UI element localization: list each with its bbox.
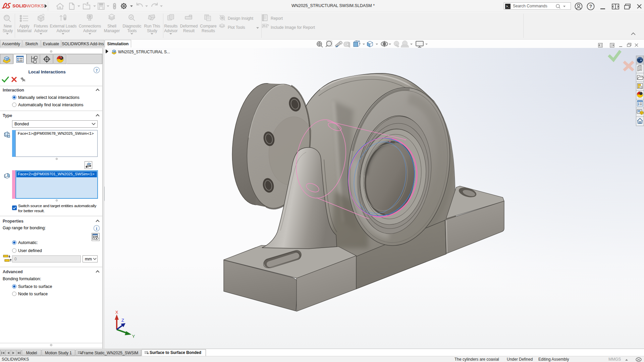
- svg-text:Y: Y: [132, 334, 135, 339]
- svg-text:Z: Z: [121, 318, 124, 323]
- svg-text:?: ?: [589, 4, 592, 9]
- svg-text:X: X: [115, 310, 118, 315]
- svg-text:?: ?: [96, 68, 98, 73]
- svg-text:i: i: [96, 226, 97, 231]
